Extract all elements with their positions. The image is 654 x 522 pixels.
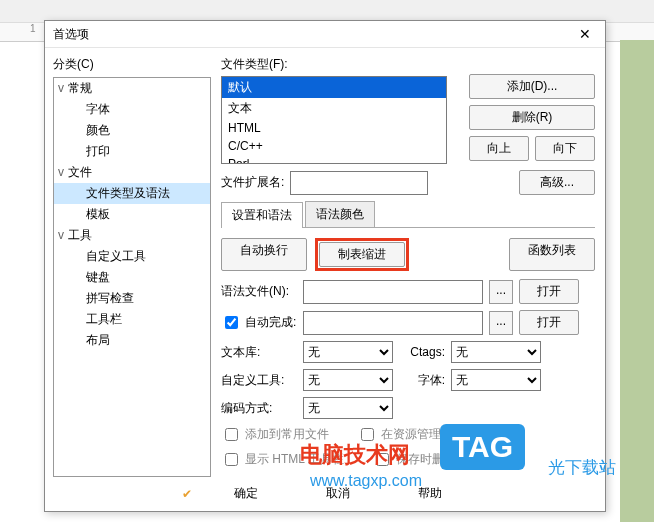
autocomplete-input[interactable] [303,311,483,335]
tree-item[interactable]: 工具栏 [54,309,210,330]
font-label: 字体: [399,372,445,389]
watermark-tag: TAG [440,424,525,470]
autowrap-button[interactable]: 自动换行 [221,238,307,271]
tree-item[interactable]: 文件类型及语法 [54,183,210,204]
tab-settings-syntax[interactable]: 设置和语法 [221,202,303,228]
ctags-select[interactable]: 无 [451,341,541,363]
encoding-label: 编码方式: [221,400,297,417]
close-icon[interactable]: ✕ [573,24,597,44]
tree-item[interactable]: 布局 [54,330,210,351]
background-panel [620,40,654,522]
tree-toggle-icon[interactable]: v [58,228,68,242]
browse-syntax-button[interactable]: ... [489,280,513,304]
tree-item[interactable]: 模板 [54,204,210,225]
tree-item[interactable]: 自定义工具 [54,246,210,267]
category-label: 分类(C) [53,56,211,73]
filetype-label: 文件类型(F): [221,56,447,73]
down-button[interactable]: 向下 [535,136,595,161]
font-select[interactable]: 无 [451,369,541,391]
watermark-site: 光下载站 [548,456,616,479]
dialog-titlebar: 首选项 ✕ [45,21,605,48]
filetype-item[interactable]: 文本 [222,98,446,119]
open-syntax-button[interactable]: 打开 [519,279,579,304]
tree-item[interactable]: 颜色 [54,120,210,141]
encoding-select[interactable]: 无 [303,397,393,419]
tree-item[interactable]: v工具 [54,225,210,246]
function-list-button[interactable]: 函数列表 [509,238,595,271]
tab-syntax-colors[interactable]: 语法颜色 [305,201,375,227]
ctags-label: Ctags: [399,345,445,359]
ok-button[interactable]: 确定 [208,482,284,505]
up-button[interactable]: 向上 [469,136,529,161]
tree-toggle-icon[interactable]: v [58,165,68,179]
autocomplete-checkbox[interactable] [225,316,238,329]
tree-item[interactable]: 字体 [54,99,210,120]
add-button[interactable]: 添加(D)... [469,74,595,99]
syntaxfile-label: 语法文件(N): [221,283,297,300]
tree-item[interactable]: v文件 [54,162,210,183]
open-autocomplete-button[interactable]: 打开 [519,310,579,335]
filetype-listbox[interactable]: 默认文本HTMLC/C++Perl [221,76,447,164]
tree-item[interactable]: v常规 [54,78,210,99]
remove-button[interactable]: 删除(R) [469,105,595,130]
highlight-box: 制表缩进 [315,238,409,271]
customtool-select[interactable]: 无 [303,369,393,391]
textlib-select[interactable]: 无 [303,341,393,363]
tab-indent-button[interactable]: 制表缩进 [319,242,405,267]
filetype-item[interactable]: 默认 [222,77,446,98]
filetype-item[interactable]: Perl [222,155,446,164]
tree-toggle-icon[interactable]: v [58,81,68,95]
filetype-item[interactable]: C/C++ [222,137,446,155]
ok-icon: ✔ [182,487,192,501]
dialog-title: 首选项 [53,26,89,43]
browse-autocomplete-button[interactable]: ... [489,311,513,335]
autocomplete-check[interactable]: 自动完成: [221,313,297,332]
category-tree[interactable]: v常规字体颜色打印v文件文件类型及语法模板v工具自定义工具键盘拼写检查工具栏布局 [53,77,211,477]
ext-label: 文件扩展名: [221,174,284,191]
watermark-url: www.tagxp.com [310,472,422,490]
textlib-label: 文本库: [221,344,297,361]
tree-item[interactable]: 打印 [54,141,210,162]
watermark-text: 电脑技术网 [300,440,410,470]
customtool-label: 自定义工具: [221,372,297,389]
ext-input[interactable] [290,171,428,195]
filetype-item[interactable]: HTML [222,119,446,137]
tree-item[interactable]: 键盘 [54,267,210,288]
tree-item[interactable]: 拼写检查 [54,288,210,309]
syntaxfile-input[interactable] [303,280,483,304]
toolbar-icon [4,3,20,19]
advanced-button[interactable]: 高级... [519,170,595,195]
